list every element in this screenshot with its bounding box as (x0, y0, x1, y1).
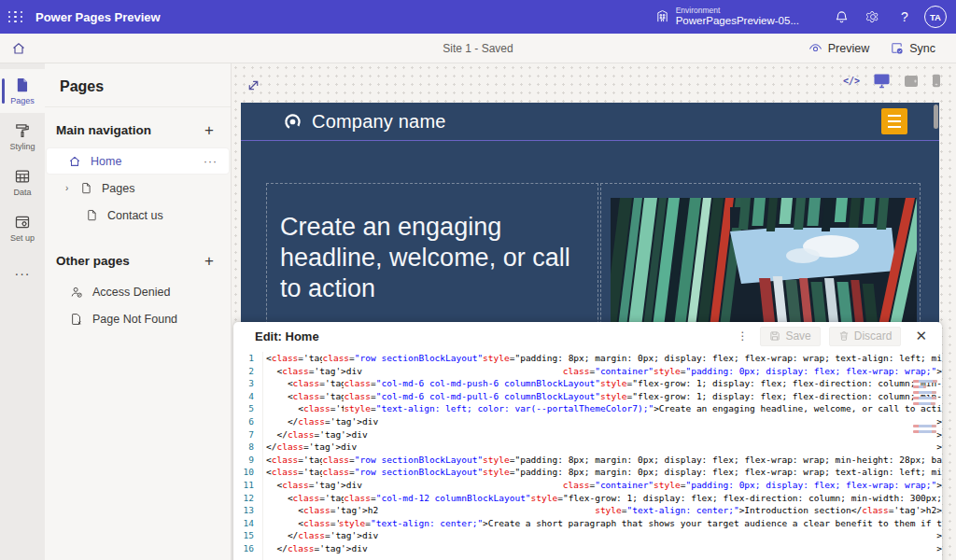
page-not-found-label: Page Not Found (92, 313, 177, 326)
rail-more-button[interactable]: ··· (0, 259, 45, 287)
code-line[interactable]: 4 <class='tag'>div class="col-md-6 col-m… (233, 390, 942, 403)
sync-icon (890, 41, 904, 55)
code-line[interactable]: 15 </class='tag'>div> (233, 529, 942, 542)
company-logo-icon (284, 113, 302, 131)
contact-us-label: Contact us (107, 209, 163, 222)
command-bar: Site 1 - Saved Preview Sync (0, 34, 956, 63)
pages-label: Pages (102, 182, 134, 195)
pages-icon (14, 77, 31, 93)
code-line[interactable]: 3 <class='tag'>div class="col-md-6 col-m… (233, 377, 942, 390)
preview-button[interactable]: Preview (801, 37, 877, 59)
mobile-view-icon[interactable] (932, 74, 941, 88)
sidebar-item-page-not-found[interactable]: Page Not Found (47, 306, 229, 331)
panel-more-icon[interactable]: ⋮ (733, 329, 752, 343)
home-page-icon (67, 155, 82, 168)
sync-button[interactable]: Sync (882, 37, 943, 59)
home-button[interactable] (0, 34, 37, 63)
code-line[interactable]: 12 <class='tag'>div class="col-md-12 col… (233, 492, 942, 505)
site-brand: Company name (241, 111, 446, 133)
code-view-icon[interactable]: </> (843, 76, 860, 86)
sync-label: Sync (909, 42, 935, 55)
tablet-view-icon[interactable] (904, 75, 919, 88)
page-icon (84, 209, 99, 221)
code-line[interactable]: 13 <class='tag'>h2 style="text-align: ce… (233, 504, 942, 517)
left-rail: Pages Styling Data Set up ··· (0, 63, 45, 560)
code-line[interactable]: 1<class='tag'>div class="row sectionBloc… (233, 352, 942, 365)
desktop-view-icon[interactable] (873, 73, 891, 89)
edit-code-panel: Edit: Home ⋮ Save Discard ✕ 1<class=' (233, 322, 942, 560)
code-line[interactable]: 14 <class='tag'>p style="text-align: cen… (233, 517, 942, 530)
environment-icon (655, 9, 669, 23)
app-title: Power Pages Preview (35, 10, 161, 24)
code-line[interactable]: 8</class='tag'>div> (233, 441, 942, 454)
code-line[interactable]: 16 </class='tag'>div> (233, 542, 942, 555)
main-navigation-header: Main navigation + (45, 107, 231, 147)
other-pages-title: Other pages (56, 254, 130, 268)
page-icon (78, 182, 93, 194)
preview-label: Preview (828, 42, 869, 55)
chevron-right-icon[interactable]: › (65, 183, 78, 193)
edit-panel-header: Edit: Home ⋮ Save Discard ✕ (233, 322, 942, 348)
environment-name: PowerPagesPreview-05... (676, 15, 799, 27)
close-panel-icon[interactable]: ✕ (909, 328, 931, 344)
editor-minimap[interactable] (913, 380, 937, 436)
styling-icon (14, 122, 31, 139)
rail-item-pages[interactable]: Pages (0, 69, 45, 113)
environment-label: Environment (676, 7, 799, 16)
sidebar-item-pages[interactable]: › Pages (47, 175, 229, 201)
hamburger-menu-button[interactable] (881, 108, 907, 134)
code-line[interactable]: 7 </class='tag'>div> (233, 428, 942, 441)
save-button[interactable]: Save (760, 327, 820, 346)
sidebar-item-home[interactable]: Home ··· (47, 148, 229, 174)
person-blocked-icon (69, 286, 84, 299)
access-denied-label: Access Denied (92, 286, 170, 299)
trash-icon (838, 330, 850, 342)
home-label: Home (91, 155, 121, 168)
setup-icon (14, 214, 31, 231)
settings-gear-icon[interactable] (857, 0, 889, 34)
waffle-menu-icon[interactable] (0, 0, 32, 34)
account-avatar[interactable]: TA (924, 6, 947, 28)
code-line[interactable]: 10<class='tag'>div class="row sectionBlo… (233, 466, 942, 479)
device-preview-toolbar: </> (843, 73, 941, 89)
environment-picker[interactable]: Environment PowerPagesPreview-05... (655, 7, 799, 28)
rail-item-data[interactable]: Data (0, 161, 45, 204)
home-more-button[interactable]: ··· (204, 155, 218, 168)
rail-item-setup[interactable]: Set up (0, 206, 45, 250)
add-page-button[interactable]: + (201, 120, 218, 140)
code-line[interactable]: 6 </class='tag'>div> (233, 415, 942, 428)
discard-button[interactable]: Discard (829, 327, 902, 346)
sidebar-item-access-denied[interactable]: Access Denied (47, 279, 229, 304)
save-icon (769, 330, 780, 342)
code-line[interactable]: 9<class='tag'>div class="row sectionBloc… (233, 454, 942, 467)
main-navigation-title: Main navigation (56, 123, 151, 137)
site-header[interactable]: Company name (241, 103, 939, 141)
data-table-icon (14, 168, 31, 185)
code-line[interactable]: 2 <class='tag'>div class="container" sty… (233, 365, 942, 378)
sidebar-item-contact-us[interactable]: Contact us (47, 203, 229, 228)
company-name: Company name (312, 111, 446, 133)
pages-sidebar: Pages Main navigation + Home ··· › Pages… (45, 63, 232, 560)
help-icon[interactable]: ? (889, 0, 921, 34)
code-line[interactable]: 5 <class='tag'>h1 style="text-align: lef… (233, 402, 942, 415)
app-top-bar: Power Pages Preview Environment PowerPag… (0, 0, 956, 34)
notifications-bell-icon[interactable] (825, 0, 857, 34)
sidebar-title: Pages (45, 63, 231, 107)
design-canvas: </> Company name (232, 63, 956, 560)
edit-panel-title: Edit: Home (255, 329, 319, 343)
other-pages-header: Other pages + (45, 238, 231, 278)
code-line[interactable]: 11 <class='tag'>div class="container" st… (233, 479, 942, 492)
eye-icon (808, 41, 822, 55)
page-error-icon (69, 313, 84, 326)
expand-canvas-icon[interactable] (243, 75, 263, 95)
code-editor[interactable]: 1<class='tag'>div class="row sectionBloc… (233, 352, 942, 560)
hero-headline[interactable]: Create an engaging headline, welcome, or… (280, 212, 584, 304)
rail-item-styling[interactable]: Styling (0, 115, 45, 159)
add-other-page-button[interactable]: + (201, 251, 218, 271)
